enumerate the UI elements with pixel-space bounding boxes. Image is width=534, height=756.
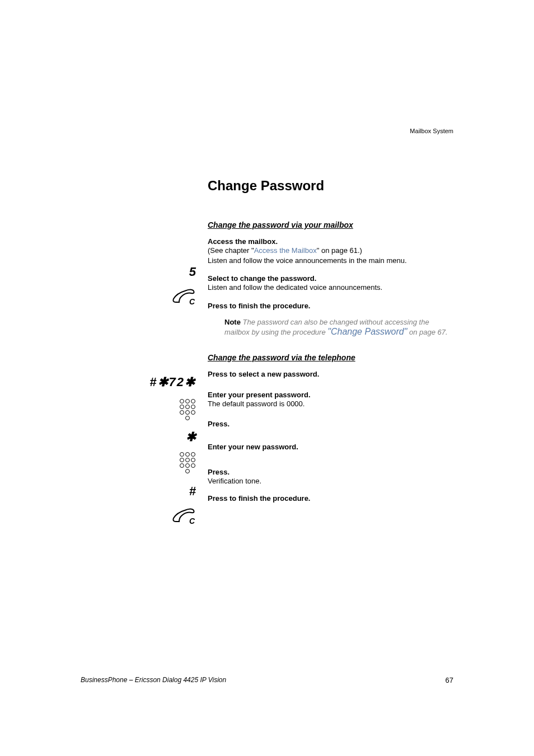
page-number: 67 <box>446 676 453 684</box>
step-text: (See chapter "Access the Mailbox" on pag… <box>208 246 454 256</box>
text-fragment: " on page 61.) <box>317 246 362 255</box>
text-fragment: (See chapter " <box>208 246 254 255</box>
step-bold: Press to select a new password. <box>208 370 454 378</box>
step-bold: Press to finish the procedure. <box>208 302 454 310</box>
step-bold: Press. <box>208 420 454 428</box>
digit-5-icon: 5 <box>189 265 196 279</box>
note-body: on page 67. <box>407 328 447 336</box>
step-text: Verification tone. <box>208 476 454 486</box>
footer-product: BusinessPhone – Ericsson Dialog 4425 IP … <box>81 676 226 684</box>
step-enter-present: Enter your present password. The default… <box>208 391 454 409</box>
c-label: C <box>189 297 195 306</box>
step-press-hash: Press. Verification tone. <box>208 468 454 486</box>
step-bold: Access the mailbox. <box>208 237 454 246</box>
step-bold: Press to finish the procedure. <box>208 494 454 503</box>
note-label: Note <box>224 318 241 326</box>
page-footer: BusinessPhone – Ericsson Dialog 4425 IP … <box>81 676 453 684</box>
dial-code-icon: #✱72✱ <box>149 375 196 389</box>
step-press-star: Press. <box>208 420 454 428</box>
handset-c-icon: C <box>78 289 196 308</box>
step-bold: Enter your new password. <box>208 443 454 451</box>
keypad-icon <box>78 452 196 476</box>
hash-glyph: # <box>189 484 196 498</box>
subheading-mailbox: Change the password via your mailbox <box>208 220 454 229</box>
glyph-5: 5 <box>78 265 196 279</box>
subheading-telephone: Change the password via the telephone <box>208 353 454 362</box>
star-glyph: ✱ <box>186 430 196 444</box>
link-access-mailbox[interactable]: Access the Mailbox <box>254 246 317 255</box>
step-bold: Enter your present password. <box>208 391 454 399</box>
step-text: The default password is 0000. <box>208 399 454 409</box>
link-change-password[interactable]: "Change Password" <box>327 327 407 336</box>
page-title: Change Password <box>208 178 454 194</box>
hash-icon: # <box>78 484 196 499</box>
running-header: Mailbox System <box>410 128 453 134</box>
step-select-change: Select to change the password. Listen an… <box>208 274 454 293</box>
step-enter-new: Enter your new password. <box>208 443 454 451</box>
star-icon: ✱ <box>78 430 196 444</box>
step-text: Listen and follow the dedicated voice an… <box>208 283 454 293</box>
step-finish-2: Press to finish the procedure. <box>208 494 454 503</box>
step-finish: Press to finish the procedure. <box>208 302 454 310</box>
step-access-mailbox: Access the mailbox. (See chapter "Access… <box>208 237 454 265</box>
page: Mailbox System 5 C #✱72✱ <box>0 0 534 756</box>
note-block: Note The password can also be changed wi… <box>224 317 454 337</box>
step-press-select: Press to select a new password. <box>208 370 454 378</box>
step-bold: Press. <box>208 468 454 476</box>
svg-text:C: C <box>189 516 195 525</box>
handset-c-icon: C <box>78 508 196 527</box>
step-text: Listen and follow the voice announcement… <box>208 256 454 266</box>
keypad-icon <box>78 398 196 423</box>
glyph-code: #✱72✱ <box>78 375 196 389</box>
step-bold: Select to change the password. <box>208 274 454 283</box>
main-content: Change Password Change the password via … <box>208 178 454 511</box>
